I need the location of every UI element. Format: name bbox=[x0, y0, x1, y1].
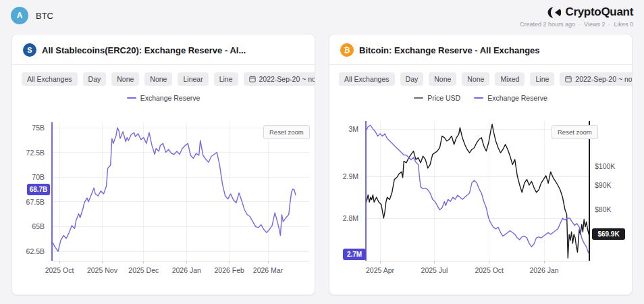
post-meta: Created 2 hours ago Views 2 Likes 0 bbox=[520, 21, 633, 28]
legend-label: Price USD bbox=[427, 94, 460, 102]
legend-item-exchange-reserve[interactable]: Exchange Reserve bbox=[127, 94, 200, 102]
filter-chip-day[interactable]: Day bbox=[83, 72, 107, 86]
x-axis-tick-label: 2026 Jan bbox=[172, 266, 201, 274]
filter-chip-all-exchanges[interactable]: All Exchanges bbox=[339, 72, 395, 86]
chart-legend: Price USDExchange Reserve bbox=[329, 94, 632, 102]
chart-title: Bitcoin: Exchange Reserve - All Exchange… bbox=[359, 45, 540, 55]
date-range-label: 2022-Sep-20 ~ now bbox=[259, 75, 315, 83]
x-axis-tick-label: 2025 Oct bbox=[475, 266, 504, 274]
chart-title: All Stablecoins(ERC20): Exchange Reserve… bbox=[42, 45, 246, 55]
topbar: A BTC CryptoQuant Created 2 hours ago Vi… bbox=[0, 0, 644, 32]
calendar-icon bbox=[249, 76, 256, 82]
y-axis-tick-label: 62.5B bbox=[26, 247, 45, 255]
stablecoin-icon: S bbox=[23, 43, 36, 57]
views-count: Views 2 bbox=[584, 21, 605, 28]
current-value-badge: 2.7M bbox=[343, 249, 366, 260]
filter-chip-mixed[interactable]: Mixed bbox=[495, 72, 525, 86]
y-axis-tick-label: 65B bbox=[32, 222, 45, 230]
chart-legend: Exchange Reserve bbox=[12, 94, 315, 102]
page-title: BTC bbox=[36, 11, 53, 21]
x-axis-tick-label: 2026 Feb bbox=[215, 266, 244, 274]
filter-chip-none[interactable]: None bbox=[429, 72, 456, 86]
filter-chip-none[interactable]: None bbox=[111, 72, 139, 86]
filter-chip-line[interactable]: Line bbox=[530, 72, 554, 86]
y-axis-tick-label: $100K bbox=[595, 162, 615, 170]
filter-chip-line[interactable]: Line bbox=[214, 72, 238, 86]
filter-chips-row: All ExchangesDayNoneNoneLinearLine2022-S… bbox=[12, 65, 315, 86]
meta-separator bbox=[608, 21, 610, 28]
x-axis-tick-label: 2025 Dec bbox=[128, 266, 159, 274]
legend-item-exchange-reserve[interactable]: Exchange Reserve bbox=[474, 94, 547, 102]
x-axis-tick-label: 2025 Nov bbox=[87, 266, 117, 274]
cryptoquant-logo-icon bbox=[547, 6, 561, 19]
current-value-badge: 68.7B bbox=[27, 184, 50, 195]
filter-chip-day[interactable]: Day bbox=[400, 72, 424, 86]
current-value-badge: $69.9K bbox=[592, 228, 625, 240]
y-axis-tick-label: 2.9M bbox=[343, 172, 358, 180]
brand-name: CryptoQuant bbox=[565, 5, 633, 19]
x-axis-tick-label: 2026 Jan bbox=[529, 266, 558, 274]
card-header: S All Stablecoins(ERC20): Exchange Reser… bbox=[12, 34, 315, 64]
likes-count: Likes 0 bbox=[614, 21, 633, 28]
date-range-chip[interactable]: 2022-Sep-20 ~ now bbox=[244, 72, 315, 86]
y-axis-tick-label: 3M bbox=[348, 125, 358, 133]
legend-dash bbox=[414, 97, 423, 99]
card-header: ₿ Bitcoin: Exchange Reserve - All Exchan… bbox=[329, 34, 632, 64]
created-time: Created 2 hours ago bbox=[520, 21, 575, 28]
legend-dash bbox=[474, 97, 483, 99]
y-axis-tick-label: $80K bbox=[595, 205, 612, 213]
filter-chip-all-exchanges[interactable]: All Exchanges bbox=[22, 72, 78, 86]
y-axis-tick-label: 67.5B bbox=[26, 198, 45, 206]
bitcoin-icon: ₿ bbox=[340, 43, 354, 57]
x-axis-tick-label: 2025 Jul bbox=[421, 266, 448, 274]
filter-chip-linear[interactable]: Linear bbox=[178, 72, 208, 86]
legend-dash bbox=[127, 97, 136, 99]
calendar-icon bbox=[565, 76, 572, 82]
stablecoin-chart-card: S All Stablecoins(ERC20): Exchange Reser… bbox=[11, 34, 315, 295]
legend-label: Exchange Reserve bbox=[140, 94, 200, 102]
x-axis-tick-label: 2025 Oct bbox=[45, 266, 74, 274]
bitcoin-chart-card: ₿ Bitcoin: Exchange Reserve - All Exchan… bbox=[329, 34, 633, 295]
reset-zoom-button[interactable]: Reset zoom bbox=[552, 125, 598, 139]
y-axis-tick-label: 70B bbox=[32, 173, 45, 181]
x-axis-tick-label: 2026 Mar bbox=[253, 266, 283, 274]
cryptoquant-logo[interactable]: CryptoQuant bbox=[547, 5, 633, 19]
legend-item-price-usd[interactable]: Price USD bbox=[414, 94, 460, 102]
filter-chip-none[interactable]: None bbox=[462, 72, 489, 86]
filter-chip-none[interactable]: None bbox=[144, 72, 172, 86]
reset-zoom-button[interactable]: Reset zoom bbox=[263, 125, 310, 139]
filter-chips-row: All ExchangesDayNoneNoneMixedLine2022-Se… bbox=[329, 65, 632, 86]
meta-separator bbox=[579, 21, 581, 28]
date-range-chip[interactable]: 2022-Sep-20 ~ now bbox=[560, 72, 633, 86]
date-range-label: 2022-Sep-20 ~ now bbox=[575, 75, 633, 83]
y-axis-tick-label: 75B bbox=[32, 124, 45, 132]
y-axis-tick-label: $90K bbox=[595, 181, 612, 189]
legend-label: Exchange Reserve bbox=[487, 94, 547, 102]
avatar[interactable]: A bbox=[11, 7, 28, 24]
y-axis-tick-label: 2.8M bbox=[343, 214, 358, 222]
chart-cards-row: S All Stablecoins(ERC20): Exchange Reser… bbox=[0, 34, 644, 295]
x-axis-tick-label: 2025 Apr bbox=[366, 266, 394, 274]
y-axis-tick-label: 72.5B bbox=[26, 149, 45, 157]
